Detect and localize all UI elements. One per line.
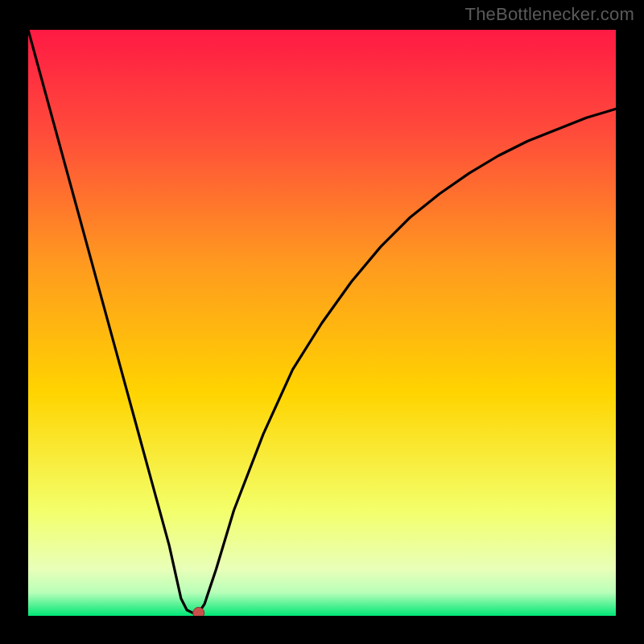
bottleneck-chart	[28, 30, 616, 616]
attribution-label: TheBottlenecker.com	[465, 4, 634, 25]
optimal-point-marker	[193, 607, 204, 616]
chart-frame: TheBottlenecker.com	[0, 0, 644, 644]
